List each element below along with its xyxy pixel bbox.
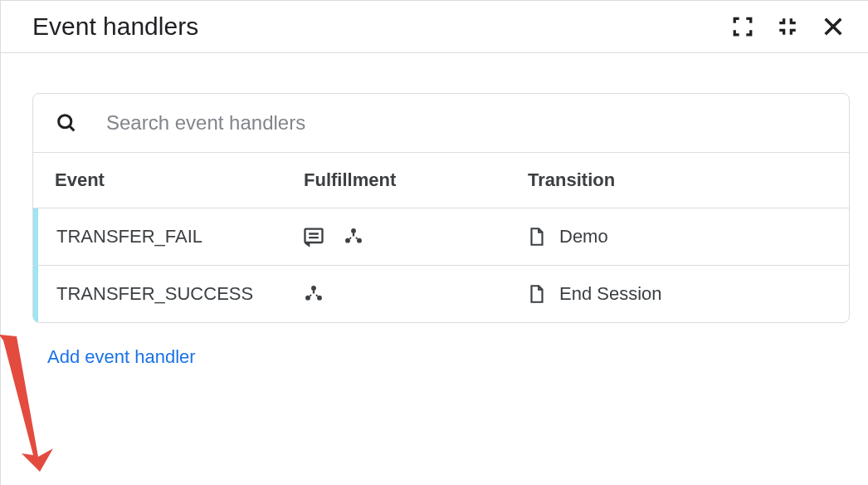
search-input[interactable]	[105, 110, 827, 135]
svg-point-6	[305, 296, 310, 301]
event-name: TRANSFER_FAIL	[56, 226, 302, 247]
svg-point-5	[311, 286, 316, 291]
webhook-icon	[342, 225, 365, 248]
svg-point-4	[357, 238, 362, 243]
svg-marker-8	[0, 335, 53, 472]
add-event-handler-link[interactable]: Add event handler	[47, 346, 196, 368]
fullscreen-icon[interactable]	[732, 16, 753, 37]
column-header-event: Event	[55, 169, 304, 191]
transition-label: Demo	[559, 226, 608, 247]
close-icon[interactable]	[822, 15, 845, 38]
page-icon	[526, 283, 548, 305]
fulfillment-cell	[302, 282, 526, 306]
transition-label: End Session	[559, 283, 662, 305]
fulfillment-cell	[302, 225, 526, 248]
svg-point-2	[351, 228, 356, 233]
panel-header: Event handlers	[1, 1, 868, 53]
webhook-icon	[302, 282, 325, 306]
panel-title: Event handlers	[32, 12, 198, 41]
header-actions	[732, 15, 845, 38]
table-header-row: Event Fulfillment Transition	[33, 153, 849, 208]
table-row[interactable]: TRANSFER_SUCCESS	[33, 266, 849, 322]
column-header-fulfillment: Fulfillment	[304, 169, 528, 191]
search-icon	[55, 111, 78, 135]
svg-rect-1	[305, 229, 323, 242]
search-row	[33, 94, 849, 153]
event-handlers-card: Event Fulfillment Transition TRANSFER_FA…	[32, 93, 850, 323]
transition-cell: Demo	[526, 226, 831, 247]
panel-body: Event Fulfillment Transition TRANSFER_FA…	[1, 53, 868, 485]
column-header-transition: Transition	[528, 169, 827, 191]
page-icon	[526, 226, 548, 247]
fullscreen-exit-icon[interactable]	[777, 16, 798, 37]
event-name: TRANSFER_SUCCESS	[56, 283, 302, 305]
svg-point-7	[317, 296, 322, 301]
message-icon	[302, 225, 325, 248]
transition-cell: End Session	[526, 283, 831, 305]
table-row[interactable]: TRANSFER_FAIL	[33, 208, 849, 266]
event-handlers-panel: Event handlers	[0, 0, 868, 485]
svg-point-3	[345, 238, 350, 243]
